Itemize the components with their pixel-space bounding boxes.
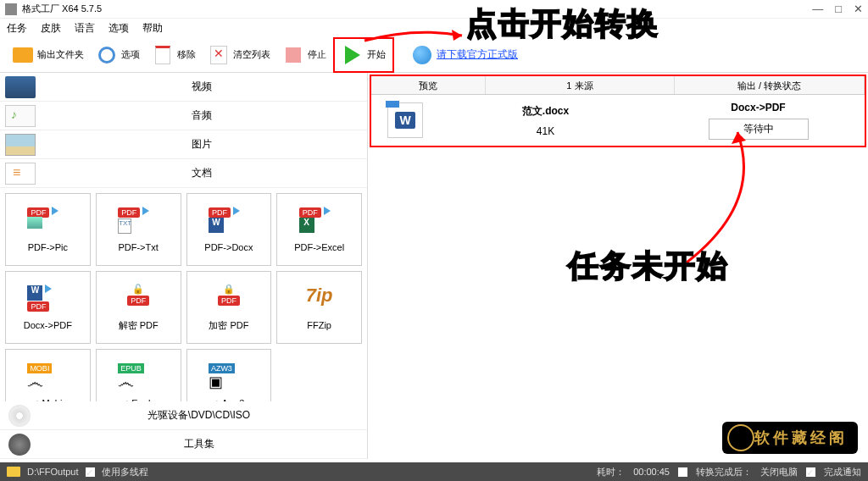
pdf-pic-icon: PDF	[27, 207, 68, 237]
pdf-txt-icon: PDF TXT	[118, 207, 159, 237]
stop-icon	[282, 44, 304, 66]
mobi-icon: MOBI෴	[27, 362, 68, 393]
pdf-docx-icon: PDF W	[209, 207, 249, 237]
col-preview[interactable]: 预览	[371, 76, 486, 94]
category-image[interactable]: 图片	[0, 130, 367, 159]
titlebar: 格式工厂 X64 5.7.5 — □ ✕	[0, 0, 868, 19]
grid-to-mobi[interactable]: MOBI෴ ->Mobi	[5, 349, 91, 401]
image-icon	[5, 134, 36, 156]
epub-icon: EPUB෴	[118, 362, 159, 393]
tools-icon	[8, 434, 31, 456]
notify-checkbox[interactable]: ✓	[806, 467, 815, 477]
window-title: 格式工厂 X64 5.7.5	[22, 3, 812, 15]
play-icon	[342, 44, 364, 66]
category-tools[interactable]: 工具集	[0, 430, 367, 459]
remove-button[interactable]: 移除	[147, 41, 201, 69]
task-highlight: 预览 1 来源 输出 / 转换状态 范文.docx 41K Docx->PDF …	[370, 75, 866, 147]
elapsed-label: 耗时：	[597, 466, 625, 478]
lock-icon: 🔒PDF	[209, 284, 249, 314]
clear-icon: ✕	[208, 44, 230, 66]
grid-pdf-to-docx[interactable]: PDF W PDF->Docx	[186, 193, 272, 266]
after-action[interactable]: 关闭电脑	[760, 466, 798, 478]
audio-icon	[5, 105, 36, 127]
grid-pdf-to-pic[interactable]: PDF PDF->Pic	[5, 193, 91, 266]
after-label: 转换完成后：	[696, 466, 752, 478]
category-audio[interactable]: 音频	[0, 102, 367, 130]
multithread-label: 使用多线程	[102, 466, 148, 478]
disc-icon	[8, 405, 31, 427]
menubar: 任务 皮肤 语言 选项 帮助	[0, 19, 868, 37]
col-status[interactable]: 输出 / 转换状态	[675, 76, 865, 94]
clear-button[interactable]: ✕ 清空列表	[203, 41, 275, 69]
source-cell: 范文.docx 41K	[439, 104, 652, 137]
grid-to-epub[interactable]: EPUB෴ ->Epub	[96, 349, 181, 401]
category-video[interactable]: 视频	[0, 73, 367, 102]
grid-to-azw3[interactable]: AZW3▣ ->Azw3	[186, 349, 272, 401]
output-folder-button[interactable]: 输出文件夹	[7, 41, 89, 69]
category-disc[interactable]: 光驱设备\DVD\CD\ISO	[0, 401, 367, 430]
zip-icon: 7ip	[299, 285, 340, 315]
options-button[interactable]: 选项	[91, 41, 145, 69]
menu-help[interactable]: 帮助	[142, 21, 163, 36]
output-path[interactable]: D:\FFOutput	[27, 467, 79, 477]
left-panel: 视频 音频 图片 文档 PDF PDF->Pic PDF TXT PDF->T	[0, 73, 368, 459]
grid-decrypt-pdf[interactable]: 🔓PDF 解密 PDF	[96, 271, 181, 344]
statusbar: D:\FFOutput ✓ 使用多线程 耗时： 00:00:45 转换完成后： …	[0, 462, 868, 481]
remove-icon	[152, 44, 174, 66]
pdf-excel-icon: PDF X	[299, 207, 340, 237]
maximize-button[interactable]: □	[835, 3, 842, 15]
menu-lang[interactable]: 语言	[75, 21, 95, 36]
unlock-icon: 🔓PDF	[118, 284, 159, 314]
start-highlight: 开始	[333, 37, 394, 73]
gear-icon	[96, 44, 118, 66]
conversion-grid: PDF PDF->Pic PDF TXT PDF->Txt PDF W PDF-…	[0, 188, 367, 401]
minimize-button[interactable]: —	[812, 3, 823, 15]
toolbar: 输出文件夹 选项 移除 ✕ 清空列表 停止 开始 请下载官方正式版	[0, 37, 868, 73]
close-button[interactable]: ✕	[854, 3, 863, 15]
task-row[interactable]: 范文.docx 41K Docx->PDF 等待中	[371, 95, 865, 146]
task-filesize: 41K	[439, 125, 652, 137]
grid-encrypt-pdf[interactable]: 🔒PDF 加密 PDF	[186, 271, 272, 344]
task-header: 预览 1 来源 输出 / 转换状态	[371, 76, 865, 95]
stop-button[interactable]: 停止	[277, 41, 331, 69]
status-cell: Docx->PDF 等待中	[652, 102, 865, 140]
word-file-icon	[387, 102, 423, 138]
menu-options[interactable]: 选项	[108, 21, 129, 36]
globe-icon	[413, 46, 431, 64]
task-convert: Docx->PDF	[652, 102, 865, 113]
notify-label: 完成通知	[824, 466, 861, 478]
app-icon	[5, 3, 17, 15]
task-status: 等待中	[709, 119, 809, 140]
watermark-logo: 软件藏经阁	[722, 422, 858, 454]
after-checkbox[interactable]	[678, 467, 687, 477]
azw-icon: AZW3▣	[209, 362, 249, 393]
menu-task[interactable]: 任务	[7, 21, 27, 36]
status-folder-icon[interactable]	[7, 467, 20, 477]
menu-skin[interactable]: 皮肤	[41, 21, 61, 36]
grid-docx-to-pdf[interactable]: W PDF Docx->PDF	[5, 271, 91, 344]
folder-icon	[12, 44, 34, 66]
grid-ffzip[interactable]: 7ip FFZip	[276, 271, 362, 344]
grid-pdf-to-txt[interactable]: PDF TXT PDF->Txt	[96, 193, 181, 266]
start-button[interactable]: 开始	[337, 41, 391, 69]
elapsed-time: 00:00:45	[633, 467, 670, 477]
docx-pdf-icon: W PDF	[27, 285, 68, 315]
task-filename: 范文.docx	[439, 104, 652, 119]
preview-cell	[371, 102, 439, 138]
category-document[interactable]: 文档	[0, 159, 367, 188]
video-icon	[5, 76, 36, 98]
download-link[interactable]: 请下载官方正式版	[437, 47, 518, 62]
right-panel: 预览 1 来源 输出 / 转换状态 范文.docx 41K Docx->PDF …	[368, 73, 868, 459]
document-icon	[5, 163, 36, 185]
col-source[interactable]: 1 来源	[486, 76, 676, 94]
grid-pdf-to-excel[interactable]: PDF X PDF->Excel	[276, 193, 362, 266]
multithread-checkbox[interactable]: ✓	[86, 467, 95, 477]
